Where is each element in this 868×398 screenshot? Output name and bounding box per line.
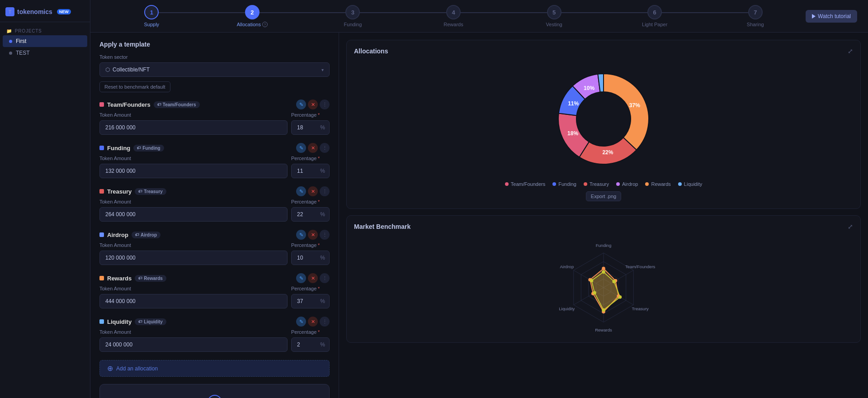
sidebar-item-test[interactable]: TEST: [3, 47, 87, 59]
watch-tutorial-button[interactable]: Watch tutorial: [806, 10, 857, 23]
sector-select[interactable]: ⬡ Collectible/NFT ▾: [99, 62, 330, 77]
pct-wrapper-2: %: [291, 207, 330, 222]
dot-icon-test: [9, 52, 12, 55]
step-label-2: Allocations ?: [237, 22, 268, 27]
step-circle-3: 3: [345, 5, 360, 19]
pct-wrapper-5: %: [291, 337, 330, 352]
alloc-name-3: Airdrop 🏷 Airdrop: [99, 232, 160, 238]
step-2[interactable]: 2 Allocations ?: [202, 5, 303, 27]
token-amount-input-2[interactable]: [99, 207, 288, 222]
alloc-actions-5: ✎ ✕ ⋮: [296, 317, 330, 327]
token-amount-input-0[interactable]: [99, 120, 288, 135]
more-button-2[interactable]: ⋮: [320, 186, 330, 196]
step-7[interactable]: 7 Sharing: [705, 5, 806, 27]
delete-button-1[interactable]: ✕: [308, 143, 318, 153]
step-5[interactable]: 5 Vesting: [504, 5, 604, 27]
percentage-input-5[interactable]: [291, 337, 330, 352]
token-label-5: Token Amount: [99, 329, 288, 335]
add-allocation-button[interactable]: ⊕ Add an allocation: [99, 360, 330, 377]
more-button-4[interactable]: ⋮: [320, 273, 330, 283]
step-label-7: Sharing: [747, 22, 764, 27]
edit-button-3[interactable]: ✎: [296, 230, 306, 240]
token-amount-input-5[interactable]: [99, 337, 288, 352]
token-amount-input-1[interactable]: [99, 164, 288, 178]
tag-icon-5: 🏷: [138, 319, 142, 324]
alloc-actions-0: ✎ ✕ ⋮: [296, 100, 330, 109]
step-3[interactable]: 3 Funding: [302, 5, 403, 27]
tag-icon-4: 🏷: [138, 276, 142, 280]
edit-button-1[interactable]: ✎: [296, 143, 306, 153]
delete-button-3[interactable]: ✕: [308, 230, 318, 240]
alloc-row-funding: Funding 🏷 Funding ✎ ✕ ⋮ Token Amount Per…: [99, 143, 330, 178]
token-label-3: Token Amount: [99, 242, 288, 248]
market-benchmark-header: Market Benchmark ⤢: [354, 223, 853, 230]
step-6[interactable]: 6 Light Paper: [604, 5, 705, 27]
pct-wrapper-4: %: [291, 294, 330, 308]
more-button-5[interactable]: ⋮: [320, 317, 330, 327]
svg-text:Team/Founders: Team/Founders: [625, 264, 656, 269]
delete-button-0[interactable]: ✕: [308, 100, 318, 109]
chevron-down-icon: ▾: [321, 67, 324, 72]
more-button-3[interactable]: ⋮: [320, 230, 330, 240]
edit-button-5[interactable]: ✎: [296, 317, 306, 327]
edit-button-2[interactable]: ✎: [296, 186, 306, 196]
step-num-4: 4: [452, 9, 455, 16]
check-circle-icon: ✓: [208, 395, 222, 398]
token-amount-input-3[interactable]: [99, 251, 288, 265]
percentage-input-1[interactable]: [291, 164, 330, 178]
form-panel: Apply a template Token sector ⬡ Collecti…: [90, 33, 339, 398]
percentage-input-2[interactable]: [291, 207, 330, 222]
step-num-2: 2: [250, 9, 254, 16]
step-num-6: 6: [653, 9, 656, 16]
alloc-actions-4: ✎ ✕ ⋮: [296, 273, 330, 283]
pct-input-wrapper-0: Percentage * %: [291, 112, 330, 135]
more-button-0[interactable]: ⋮: [320, 100, 330, 109]
legend-label: Liquidity: [684, 181, 702, 187]
edit-button-0[interactable]: ✎: [296, 100, 306, 109]
legend-dot: [678, 182, 682, 186]
delete-button-2[interactable]: ✕: [308, 186, 318, 196]
percentage-input-0[interactable]: [291, 120, 330, 135]
sidebar-item-first[interactable]: First: [3, 35, 87, 47]
stepper-actions: Watch tutorial: [806, 10, 857, 23]
svg-text:Rewards: Rewards: [595, 327, 612, 332]
delete-button-4[interactable]: ✕: [308, 273, 318, 283]
step-circle-6: 6: [647, 5, 662, 19]
reset-benchmark-button[interactable]: Reset to benchmark default: [99, 81, 170, 92]
expand-icon-benchmark[interactable]: ⤢: [848, 223, 853, 230]
allocations-card-header: Allocations ⤢: [354, 47, 853, 55]
expand-icon[interactable]: ⤢: [848, 47, 853, 55]
percentage-input-4[interactable]: [291, 294, 330, 308]
donut-legend: Team/Founders Funding Treasury Airdrop R…: [505, 181, 702, 187]
step-4[interactable]: 4 Rewards: [403, 5, 504, 27]
alloc-dot-1: [99, 146, 104, 150]
token-label-2: Token Amount: [99, 199, 288, 204]
delete-button-5[interactable]: ✕: [308, 317, 318, 327]
percentage-input-3[interactable]: [291, 251, 330, 265]
step-circle-4: 4: [446, 5, 461, 19]
alloc-name-0: Team/Founders 🏷 Team/Founders: [99, 101, 200, 108]
alloc-inputs-4: Token Amount Percentage * %: [99, 286, 330, 308]
more-button-1[interactable]: ⋮: [320, 143, 330, 153]
edit-button-4[interactable]: ✎: [296, 273, 306, 283]
sidebar-projects-label: 📁 Projects: [0, 26, 90, 35]
alloc-tag-4: 🏷 Rewards: [135, 275, 166, 282]
legend-dot: [616, 182, 620, 186]
pct-wrapper-1: %: [291, 164, 330, 178]
alloc-tag-3: 🏷 Airdrop: [132, 232, 160, 238]
pct-wrapper-3: %: [291, 251, 330, 265]
legend-item-funding: Funding: [552, 181, 576, 187]
token-amount-input-4[interactable]: [99, 294, 288, 308]
step-1[interactable]: 1 Supply: [101, 5, 202, 27]
legend-item-treasury: Treasury: [584, 181, 609, 187]
step-circle-1: 1: [144, 5, 159, 19]
svg-text:Airdrop: Airdrop: [560, 264, 574, 269]
export-png-button[interactable]: Export .png: [586, 191, 621, 201]
legend-label: Team/Founders: [511, 181, 545, 187]
token-input-wrapper-4: Token Amount: [99, 286, 288, 308]
dot-icon-first: [9, 40, 12, 43]
alloc-name-1: Funding 🏷 Funding: [99, 145, 164, 152]
bottom-card: ✓: [99, 384, 330, 398]
radar-container: FundingTeam/FoundersTreasuryRewardsLiqui…: [354, 236, 853, 335]
alloc-name-text-1: Funding: [107, 145, 130, 152]
